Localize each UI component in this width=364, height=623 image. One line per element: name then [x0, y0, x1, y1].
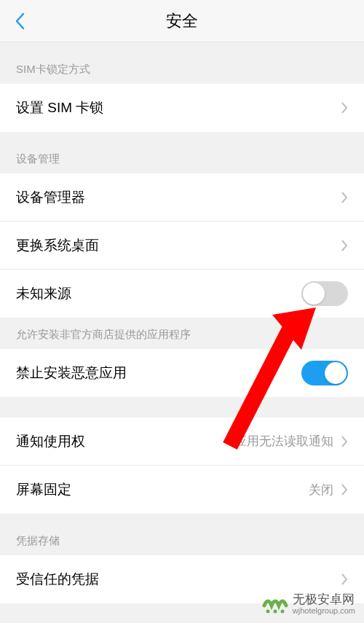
- chevron-right-icon: [341, 101, 348, 114]
- row-notification-access[interactable]: 通知使用权 应用无法读取通知: [0, 418, 364, 466]
- watermark-title: 无极安卓网: [293, 593, 355, 607]
- row-label: 设置 SIM 卡锁: [16, 98, 103, 117]
- watermark-logo-icon: [262, 591, 288, 617]
- chevron-right-icon: [341, 435, 348, 448]
- row-label: 屏幕固定: [16, 480, 71, 499]
- section-header-credentials: 凭据存储: [0, 514, 364, 555]
- row-device-admin[interactable]: 设备管理器: [0, 173, 364, 222]
- section-header-sim: SIM卡锁定方式: [0, 42, 364, 84]
- watermark: 无极安卓网 wjhotelgroup.com: [262, 591, 355, 617]
- row-block-malicious[interactable]: 禁止安装恶意应用: [0, 349, 364, 397]
- section-footer-unknown: 允许安装非官方商店提供的应用程序: [0, 318, 364, 349]
- row-label: 禁止安装恶意应用: [16, 364, 127, 383]
- row-unknown-sources[interactable]: 未知来源: [0, 270, 364, 318]
- row-label: 未知来源: [16, 284, 71, 303]
- row-label: 受信任的凭据: [16, 570, 99, 589]
- header: 安全: [0, 0, 364, 42]
- row-change-launcher[interactable]: 更换系统桌面: [0, 222, 364, 270]
- row-label: 设备管理器: [16, 188, 85, 207]
- row-value: 关闭: [309, 482, 333, 498]
- svg-point-3: [266, 610, 269, 614]
- row-screen-pinning[interactable]: 屏幕固定 关闭: [0, 466, 364, 514]
- watermark-url: wjhotelgroup.com: [293, 606, 355, 615]
- row-label: 通知使用权: [16, 432, 85, 451]
- svg-point-5: [280, 610, 284, 614]
- back-icon[interactable]: [15, 12, 25, 30]
- section-header-device: 设备管理: [0, 132, 364, 173]
- chevron-right-icon: [341, 191, 348, 204]
- chevron-right-icon: [341, 573, 348, 586]
- toggle-block-malicious[interactable]: [301, 361, 348, 385]
- chevron-right-icon: [341, 239, 348, 252]
- chevron-right-icon: [341, 483, 348, 496]
- page-title: 安全: [0, 10, 364, 32]
- row-set-sim-lock[interactable]: 设置 SIM 卡锁: [0, 84, 364, 132]
- row-value: 应用无法读取通知: [234, 433, 333, 450]
- svg-point-4: [273, 610, 277, 614]
- row-label: 更换系统桌面: [16, 236, 99, 255]
- toggle-unknown-sources[interactable]: [301, 281, 348, 306]
